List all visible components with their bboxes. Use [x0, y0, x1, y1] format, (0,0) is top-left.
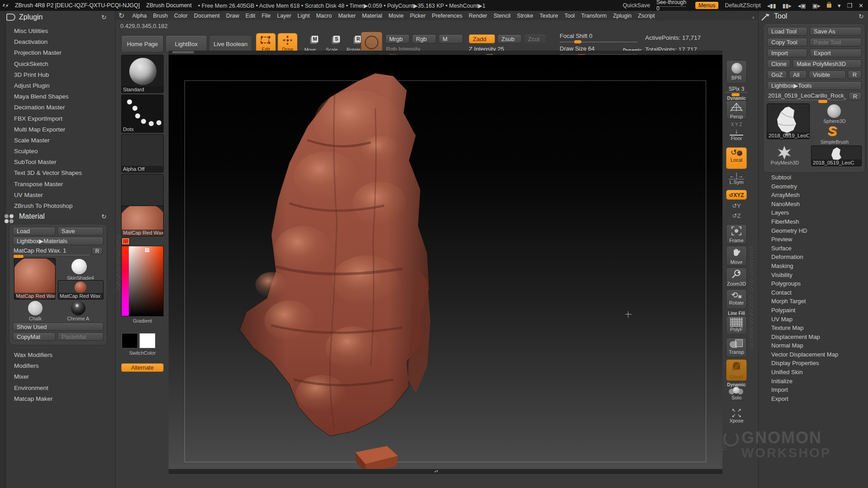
- tray-collapse-arrow[interactable]: ‹: [752, 14, 755, 21]
- color-picker[interactable]: [121, 246, 164, 316]
- menu-item[interactable]: Zplugin: [610, 13, 635, 19]
- rock-model[interactable]: [222, 68, 511, 465]
- save-as-button[interactable]: Save As: [810, 27, 862, 36]
- menu-item[interactable]: Picker: [407, 13, 429, 19]
- zplugin-title[interactable]: Zplugin: [19, 13, 42, 21]
- lightbox-button[interactable]: LightBox: [165, 35, 207, 52]
- lsym-button[interactable]: ←┆→ L.Sym: [726, 173, 747, 188]
- pastemat-button[interactable]: PasteMat: [57, 333, 104, 341]
- material-name-slider[interactable]: MatCap Red Wax. 1: [14, 247, 90, 255]
- close-button[interactable]: ✕: [859, 2, 863, 9]
- tool-section[interactable]: Surface: [771, 244, 838, 253]
- left-tray-edge[interactable]: [0, 11, 6, 488]
- sphere3d-thumb[interactable]: [827, 104, 841, 118]
- zplugin-item[interactable]: Deactivation: [14, 37, 82, 47]
- polyframe-button[interactable]: PolyF: [726, 316, 747, 335]
- menu-item[interactable]: Draw: [223, 13, 242, 19]
- solo-button[interactable]: Solo: [726, 387, 747, 405]
- material-r-button[interactable]: R: [92, 247, 103, 255]
- menu-item[interactable]: Layer: [274, 13, 294, 19]
- secondary-color-swatch[interactable]: [139, 333, 156, 348]
- tool-title[interactable]: Tool: [774, 12, 787, 20]
- ghost-button[interactable]: Ghost: [726, 359, 747, 381]
- material-subpalette[interactable]: Modifiers: [14, 361, 53, 371]
- menu-item[interactable]: Alpha: [129, 13, 150, 19]
- focal-shift-track[interactable]: [560, 42, 637, 42]
- default-zscript-button[interactable]: DefaultZScript: [725, 2, 760, 9]
- tool-section[interactable]: Geometry HD: [771, 226, 838, 235]
- zplugin-item[interactable]: Decimation Master: [14, 102, 82, 113]
- zplugin-item[interactable]: FBX ExportImport: [14, 113, 82, 124]
- customize-ui-icon[interactable]: ↻: [116, 11, 129, 20]
- tool-section[interactable]: Polypaint: [771, 306, 838, 315]
- mrgb-button[interactable]: Mrgb: [385, 34, 410, 43]
- material-reload-icon[interactable]: ↻: [101, 213, 107, 220]
- zplugin-item[interactable]: ZBrush To Photoshop: [14, 201, 82, 211]
- tool-section[interactable]: Display Properties: [771, 359, 838, 368]
- import-button[interactable]: Import: [767, 49, 807, 57]
- menu-item[interactable]: Preferences: [429, 13, 465, 19]
- tool-section[interactable]: Preview: [771, 235, 838, 244]
- material-subpalette[interactable]: Mixer: [14, 371, 53, 382]
- tool-section[interactable]: NanoMesh: [771, 200, 838, 209]
- menu-item[interactable]: Document: [191, 13, 223, 19]
- load-tool-button[interactable]: Load Tool: [767, 27, 807, 36]
- quicksave-button[interactable]: QuickSave: [623, 2, 650, 9]
- zplugin-item[interactable]: Sculpteo: [14, 146, 82, 157]
- material-subpalette[interactable]: Wax Modifiers: [14, 350, 53, 361]
- make-polymesh3d-button[interactable]: Make PolyMesh3D: [793, 60, 862, 68]
- current-material-button[interactable]: [361, 32, 382, 53]
- tool-name-handle[interactable]: [818, 100, 827, 103]
- left-divider-handle[interactable]: [117, 235, 120, 289]
- rotate-view-button[interactable]: ⟲▣ Rotate: [726, 289, 747, 309]
- zcut-button[interactable]: Zcut: [524, 34, 547, 43]
- tool-section[interactable]: Texture Map: [771, 324, 838, 333]
- tool-section[interactable]: Vector Displacement Map: [771, 350, 838, 359]
- menu-item[interactable]: File: [259, 13, 274, 19]
- zplugin-item[interactable]: Projection Master: [14, 47, 82, 58]
- tool-section[interactable]: Contact: [771, 288, 838, 297]
- live-boolean-button[interactable]: Live Boolean: [209, 35, 252, 52]
- lock-icon[interactable]: [827, 4, 831, 8]
- tool-section[interactable]: Geometry: [771, 182, 838, 191]
- tool-section[interactable]: ArrayMesh: [771, 191, 838, 200]
- local-button[interactable]: ↺ Local: [726, 147, 747, 169]
- copy-tool-button[interactable]: Copy Tool: [767, 38, 807, 47]
- tool-section[interactable]: Subtool: [771, 173, 838, 182]
- color-cursor[interactable]: [145, 248, 149, 252]
- zplugin-reload-icon[interactable]: ↻: [101, 14, 107, 21]
- spix-slider[interactable]: SPix 3: [725, 86, 748, 93]
- canvas[interactable]: [169, 55, 722, 469]
- zplugin-item[interactable]: UV Master: [14, 190, 82, 201]
- tool-section[interactable]: Morph Target: [771, 297, 838, 306]
- tool-section[interactable]: Initialize: [771, 377, 838, 386]
- current-brush-swatch[interactable]: Standard: [121, 55, 164, 93]
- bpr-button[interactable]: BPR: [726, 60, 747, 84]
- material-thumb-matcap-small[interactable]: MatCap Red Wax: [58, 280, 104, 300]
- zoom3d-button[interactable]: Zoom3D: [726, 267, 747, 287]
- tool-section[interactable]: Normal Map: [771, 341, 838, 350]
- menus-button[interactable]: Menus: [695, 2, 719, 9]
- current-stroke-swatch[interactable]: Dots: [121, 94, 164, 133]
- tool-section[interactable]: Import: [771, 385, 838, 394]
- menu-item[interactable]: Material: [359, 13, 385, 19]
- zplugin-item[interactable]: Scale Master: [14, 135, 82, 146]
- right-divider-handle[interactable]: [750, 246, 753, 350]
- material-subpalette[interactable]: Matcap Maker: [14, 394, 53, 404]
- menu-item[interactable]: Zscript: [635, 13, 658, 19]
- menu-item[interactable]: Brush: [150, 13, 171, 19]
- home-page-button[interactable]: Home Page: [121, 35, 164, 52]
- tool-section[interactable]: Unified Skin: [771, 368, 838, 377]
- clone-button[interactable]: Clone: [767, 60, 791, 68]
- material-thumb-skinshade4[interactable]: [71, 259, 87, 274]
- floor-button[interactable]: ↓ Floor: [726, 127, 747, 145]
- zplugin-item[interactable]: 3D Print Hub: [14, 70, 82, 80]
- zplugin-item[interactable]: Misc Utilities: [14, 26, 82, 37]
- material-title[interactable]: Material: [19, 212, 45, 221]
- zplugin-item[interactable]: SubTool Master: [14, 157, 82, 168]
- active-tool-thumb[interactable]: 2018_0519_LeoC: [767, 103, 810, 139]
- canvas-bottom-scrollbar[interactable]: ▴▾: [169, 469, 722, 474]
- focal-shift-slider[interactable]: Focal Shift 0: [560, 33, 592, 39]
- material-thumb-chalk[interactable]: [28, 301, 42, 315]
- menu-item[interactable]: Edit: [242, 13, 259, 19]
